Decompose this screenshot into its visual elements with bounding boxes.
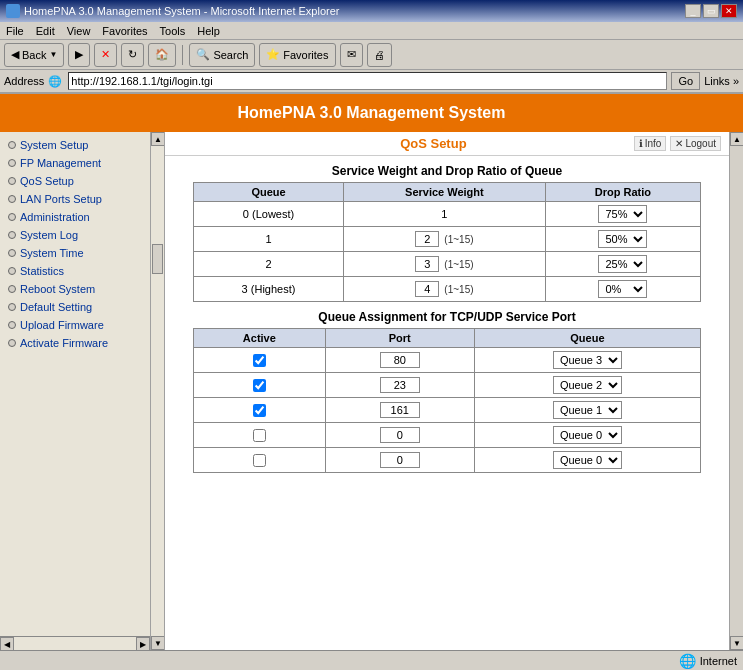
star-icon: ⭐ xyxy=(266,48,280,61)
sidebar-label-lan-ports-setup: LAN Ports Setup xyxy=(20,193,102,205)
queue-select-1[interactable]: Queue 0Queue 1Queue 2Queue 3 xyxy=(553,376,622,394)
refresh-button[interactable]: ↻ xyxy=(121,43,144,67)
drop-ratio-select-2[interactable]: 75%50%25%0% xyxy=(598,255,647,273)
assign-active-3 xyxy=(194,423,325,448)
queue-weight-2: (1~15) xyxy=(343,252,545,277)
h-scroll-right-btn[interactable]: ▶ xyxy=(136,637,150,650)
queue-name-1: 1 xyxy=(194,227,344,252)
active-checkbox-1[interactable] xyxy=(253,379,266,392)
sidebar-item-activate-firmware[interactable]: Activate Firmware xyxy=(0,334,151,352)
port-input-1[interactable] xyxy=(380,377,420,393)
sidebar-item-system-setup[interactable]: System Setup xyxy=(0,136,151,154)
mail-button[interactable]: ✉ xyxy=(340,43,363,67)
logout-label: Logout xyxy=(685,138,716,149)
port-input-0[interactable] xyxy=(380,352,420,368)
menu-favorites[interactable]: Favorites xyxy=(102,25,147,37)
weight-range-2: (1~15) xyxy=(444,259,473,270)
menu-file[interactable]: File xyxy=(6,25,24,37)
active-checkbox-2[interactable] xyxy=(253,404,266,417)
content-vscrollbar: ▲ ▼ xyxy=(729,132,743,650)
stop-button[interactable]: ✕ xyxy=(94,43,117,67)
sidebar-item-upload-firmware[interactable]: Upload Firmware xyxy=(0,316,151,334)
table-row: Queue 0Queue 1Queue 2Queue 3 xyxy=(194,373,701,398)
active-checkbox-4[interactable] xyxy=(253,454,266,467)
service-weight-table: Queue Service Weight Drop Ratio 0 (Lowes… xyxy=(193,182,701,302)
links-label[interactable]: Links » xyxy=(704,75,739,87)
sidebar-scrollbar-thumb[interactable] xyxy=(152,244,163,274)
back-button[interactable]: ◀ Back ▼ xyxy=(4,43,64,67)
sidebar-item-lan-ports-setup[interactable]: LAN Ports Setup xyxy=(0,190,151,208)
print-button[interactable]: 🖨 xyxy=(367,43,392,67)
sidebar-scroll-down-btn[interactable]: ▼ xyxy=(151,636,165,650)
sidebar-label-qos-setup: QoS Setup xyxy=(20,175,74,187)
h-scroll-left-btn[interactable]: ◀ xyxy=(0,637,14,650)
queue-select-3[interactable]: Queue 0Queue 1Queue 2Queue 3 xyxy=(553,426,622,444)
assign-active-1 xyxy=(194,373,325,398)
port-input-3[interactable] xyxy=(380,427,420,443)
search-button[interactable]: 🔍 Search xyxy=(189,43,255,67)
go-button[interactable]: Go xyxy=(671,72,700,90)
home-button[interactable]: 🏠 xyxy=(148,43,176,67)
close-btn[interactable]: ✕ xyxy=(721,4,737,18)
sidebar-item-default-setting[interactable]: Default Setting xyxy=(0,298,151,316)
info-icon: ℹ xyxy=(639,138,643,149)
drop-ratio-select-0[interactable]: 75%50%25%0% xyxy=(598,205,647,223)
assign-title: Queue Assignment for TCP/UDP Service Por… xyxy=(165,310,729,324)
separator-1 xyxy=(182,45,183,65)
internet-status: 🌐 Internet xyxy=(679,653,737,669)
menu-view[interactable]: View xyxy=(67,25,91,37)
favorites-button[interactable]: ⭐ Favorites xyxy=(259,43,335,67)
content-area: QoS Setup ℹ Info ✕ Logout Service Weight… xyxy=(165,132,729,650)
sidebar-item-system-time[interactable]: System Time xyxy=(0,244,151,262)
assign-queue-4: Queue 0Queue 1Queue 2Queue 3 xyxy=(475,448,701,473)
logout-button[interactable]: ✕ Logout xyxy=(670,136,721,151)
weight-input-1[interactable] xyxy=(415,231,439,247)
window-title: HomePNA 3.0 Management System - Microsof… xyxy=(24,5,339,17)
port-input-2[interactable] xyxy=(380,402,420,418)
assign-port-3 xyxy=(325,423,475,448)
assign-port-4 xyxy=(325,448,475,473)
queue-select-0[interactable]: Queue 0Queue 1Queue 2Queue 3 xyxy=(553,351,622,369)
sidebar-label-system-log: System Log xyxy=(20,229,78,241)
sidebar-item-fp-management[interactable]: FP Management xyxy=(0,154,151,172)
content-scroll-down-btn[interactable]: ▼ xyxy=(730,636,743,650)
sidebar-item-statistics[interactable]: Statistics xyxy=(0,262,151,280)
search-label: Search xyxy=(213,49,248,61)
bullet-icon xyxy=(8,303,16,311)
restore-btn[interactable]: ▭ xyxy=(703,4,719,18)
globe-icon: 🌐 xyxy=(679,653,696,669)
table-row: 1 (1~15) 75%50%25%0% xyxy=(194,227,701,252)
stop-icon: ✕ xyxy=(101,48,110,61)
sidebar-scroll-up-btn[interactable]: ▲ xyxy=(151,132,165,146)
drop-ratio-select-3[interactable]: 75%50%25%0% xyxy=(598,280,647,298)
window-controls[interactable]: _ ▭ ✕ xyxy=(685,4,737,18)
sidebar-item-system-log[interactable]: System Log xyxy=(0,226,151,244)
weight-input-2[interactable] xyxy=(415,256,439,272)
forward-icon: ▶ xyxy=(75,48,83,61)
sidebar-item-qos-setup[interactable]: QoS Setup xyxy=(0,172,151,190)
active-checkbox-3[interactable] xyxy=(253,429,266,442)
assign-queue-0: Queue 0Queue 1Queue 2Queue 3 xyxy=(475,348,701,373)
active-checkbox-0[interactable] xyxy=(253,354,266,367)
content-header: QoS Setup ℹ Info ✕ Logout xyxy=(165,132,729,156)
menu-help[interactable]: Help xyxy=(197,25,220,37)
col-port: Port xyxy=(325,329,475,348)
assign-active-4 xyxy=(194,448,325,473)
queue-select-4[interactable]: Queue 0Queue 1Queue 2Queue 3 xyxy=(553,451,622,469)
col-active: Active xyxy=(194,329,325,348)
queue-select-2[interactable]: Queue 0Queue 1Queue 2Queue 3 xyxy=(553,401,622,419)
content-scroll-up-btn[interactable]: ▲ xyxy=(730,132,743,146)
forward-button[interactable]: ▶ xyxy=(68,43,90,67)
menu-bar: File Edit View Favorites Tools Help xyxy=(0,22,743,40)
menu-tools[interactable]: Tools xyxy=(160,25,186,37)
info-button[interactable]: ℹ Info xyxy=(634,136,667,151)
menu-edit[interactable]: Edit xyxy=(36,25,55,37)
weight-input-3[interactable] xyxy=(415,281,439,297)
queue-drop-3: 75%50%25%0% xyxy=(546,277,701,302)
sidebar-item-administration[interactable]: Administration xyxy=(0,208,151,226)
port-input-4[interactable] xyxy=(380,452,420,468)
sidebar-item-reboot-system[interactable]: Reboot System xyxy=(0,280,151,298)
drop-ratio-select-1[interactable]: 75%50%25%0% xyxy=(598,230,647,248)
minimize-btn[interactable]: _ xyxy=(685,4,701,18)
address-input[interactable] xyxy=(68,72,667,90)
